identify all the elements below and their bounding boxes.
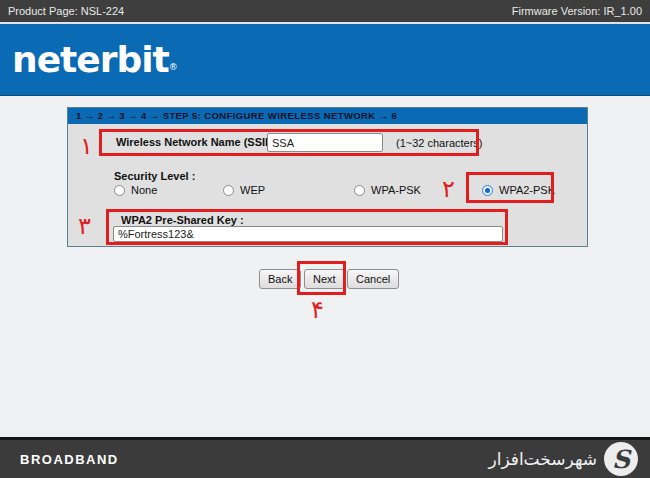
annotation-number-1: ۱ (80, 134, 93, 158)
product-page-label: Product Page: NSL-224 (8, 5, 124, 17)
radio-button-icon[interactable] (354, 185, 365, 196)
footer-logo: شهرسخت‌افزار S (488, 442, 638, 476)
brand-logo: neterbit® (12, 39, 178, 80)
broadband-label: BROADBAND (20, 452, 119, 467)
security-level-label: Security Level : (114, 170, 195, 182)
registered-trademark-icon: ® (169, 62, 178, 72)
brand-logo-text: neterbit (12, 39, 169, 80)
ssid-input[interactable] (267, 133, 383, 152)
footer-logo-text: شهرسخت‌افزار (488, 449, 597, 469)
wizard-panel: 1 → 2 → 3 → 4 → STEP 5: CONFIGURE WIRELE… (67, 107, 588, 247)
radio-option-wep[interactable]: WEP (223, 184, 265, 196)
radio-label-wpa2-psk: WPA2-PSK (499, 184, 555, 196)
radio-label-none: None (131, 184, 157, 196)
annotation-number-3: ۳ (78, 214, 91, 238)
ssid-label: Wireless Network Name (SSID) : (116, 136, 283, 148)
firmware-version-label: Firmware Version: IR_1.00 (512, 5, 642, 17)
router-setup-screen: Product Page: NSL-224 Firmware Version: … (0, 0, 650, 478)
radio-option-wpa-psk[interactable]: WPA-PSK (354, 184, 421, 196)
radio-option-wpa2-psk[interactable]: WPA2-PSK (482, 184, 555, 196)
step-progress-bar: 1 → 2 → 3 → 4 → STEP 5: CONFIGURE WIRELE… (68, 108, 587, 124)
radio-button-icon[interactable] (223, 185, 234, 196)
s-monogram-icon: S (604, 442, 638, 476)
brand-header: neterbit® (0, 24, 650, 96)
radio-button-selected-icon[interactable] (482, 185, 493, 196)
radio-option-none[interactable]: None (114, 184, 157, 196)
ssid-hint: (1~32 characters) (396, 137, 483, 149)
psk-label: WPA2 Pre-Shared Key : (121, 214, 244, 226)
radio-label-wep: WEP (240, 184, 265, 196)
annotation-number-4: ۴ (311, 298, 324, 322)
cancel-button[interactable]: Cancel (347, 269, 399, 289)
radio-button-icon[interactable] (114, 185, 125, 196)
annotation-number-2: ۲ (442, 177, 455, 201)
radio-label-wpa-psk: WPA-PSK (371, 184, 421, 196)
footer-bar: BROADBAND شهرسخت‌افزار S (0, 437, 650, 478)
next-button[interactable]: Next (304, 269, 345, 289)
psk-input[interactable] (113, 226, 503, 242)
back-button[interactable]: Back (259, 269, 301, 289)
top-info-bar: Product Page: NSL-224 Firmware Version: … (0, 0, 650, 22)
